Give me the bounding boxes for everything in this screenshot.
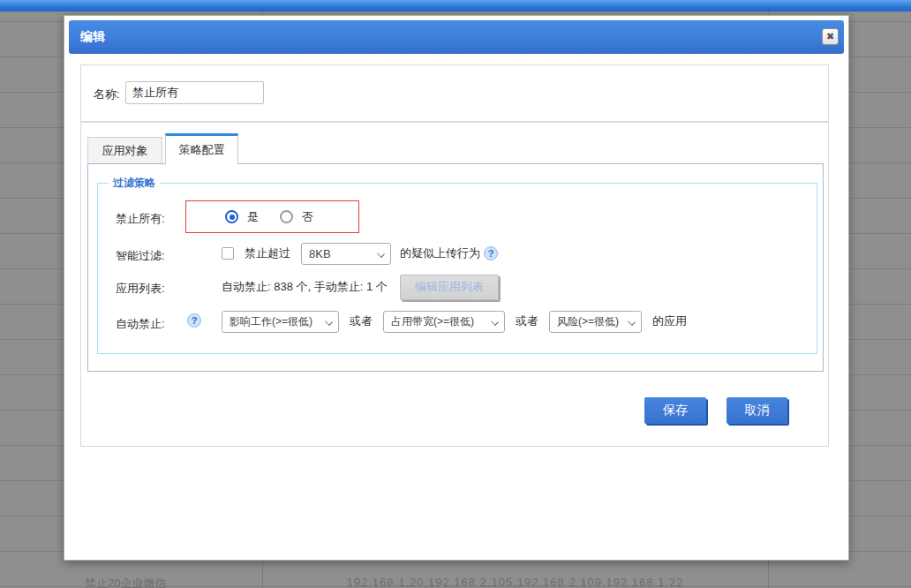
edit-app-list-button[interactable]: 编辑应用列表 <box>400 275 499 300</box>
close-button[interactable]: ✖ <box>822 28 839 45</box>
policy-form-section: 应用对象 策略配置 过滤策略 禁止所有: 是 否 智能过滤: <box>80 122 829 447</box>
app-list-row: 自动禁止: 838 个, 手动禁止: 1 个 编辑应用列表 <box>222 274 499 300</box>
auto-block-label: 自动禁止: <box>116 316 165 332</box>
chevron-down-icon <box>628 318 636 326</box>
tab-policy-config[interactable]: 策略配置 <box>165 133 238 164</box>
app-suffix: 的应用 <box>652 313 687 329</box>
filter-policy-fieldset: 过滤策略 禁止所有: 是 否 智能过滤: 禁止超过 <box>97 183 817 354</box>
name-input[interactable] <box>125 81 264 104</box>
app-list-label: 应用列表: <box>116 281 165 297</box>
smart-filter-row: 禁止超过 8KB 的疑似上传行为 ? <box>222 242 498 265</box>
page: 禁止20企业微信 192.168.1.20,192.168.2.105,192.… <box>0 0 911 588</box>
smart-filter-label: 智能过滤: <box>116 248 165 264</box>
help-icon[interactable]: ? <box>187 313 201 328</box>
fieldset-legend: 过滤策略 <box>109 176 160 191</box>
chevron-down-icon <box>377 250 385 258</box>
background-policy-name-cell: 禁止20企业微信 <box>85 576 166 588</box>
condition3-select[interactable]: 风险(>=很低) <box>549 311 642 333</box>
block-over-label[interactable]: 禁止超过 <box>245 245 290 261</box>
app-topbar <box>0 0 911 11</box>
chevron-down-icon <box>491 318 499 326</box>
save-button[interactable]: 保存 <box>644 397 706 424</box>
or-text: 或者 <box>350 313 373 329</box>
close-icon: ✖ <box>826 31 834 42</box>
threshold-select[interactable]: 8KB <box>301 243 391 265</box>
dialog-title: 编辑 <box>80 29 105 45</box>
auto-block-row: 影响工作(>=很低) 或者 占用带宽(>=很低) 或者 风险(>=很低) <box>222 310 687 333</box>
upload-behavior-suffix: 的疑似上传行为 <box>400 245 480 261</box>
radio-yes-label[interactable]: 是 <box>247 209 259 225</box>
chevron-down-icon <box>325 318 333 326</box>
radio-no-label[interactable]: 否 <box>302 209 313 225</box>
name-label: 名称: <box>94 87 120 102</box>
block-all-label: 禁止所有: <box>116 211 165 227</box>
dialog-titlebar[interactable]: 编辑 ✖ <box>69 20 844 54</box>
policy-config-panel: 过滤策略 禁止所有: 是 否 智能过滤: 禁止超过 <box>87 163 824 372</box>
radio-no[interactable] <box>280 210 293 223</box>
help-icon[interactable]: ? <box>484 246 498 260</box>
tab-application-target[interactable]: 应用对象 <box>87 137 162 164</box>
edit-dialog: 编辑 ✖ 名称: 应用对象 策略配置 过滤策略 禁止所有: 是 <box>64 15 849 561</box>
condition1-select[interactable]: 影响工作(>=很低) <box>222 311 339 333</box>
cancel-button[interactable]: 取消 <box>727 397 787 424</box>
app-list-summary: 自动禁止: 838 个, 手动禁止: 1 个 <box>222 279 388 295</box>
or-text: 或者 <box>516 313 538 329</box>
table-row: 禁止20企业微信 192.168.1.20,192.168.2.105,192.… <box>0 562 911 588</box>
radio-yes[interactable] <box>225 210 238 223</box>
block-all-option-group: 是 否 <box>185 200 359 233</box>
name-section: 名称: <box>80 64 829 122</box>
block-over-checkbox[interactable] <box>222 247 234 260</box>
background-ip-list-cell: 192.168.1.20,192.168.2.105,192.168.2.109… <box>262 576 768 588</box>
condition2-select[interactable]: 占用带宽(>=很低) <box>383 311 505 333</box>
